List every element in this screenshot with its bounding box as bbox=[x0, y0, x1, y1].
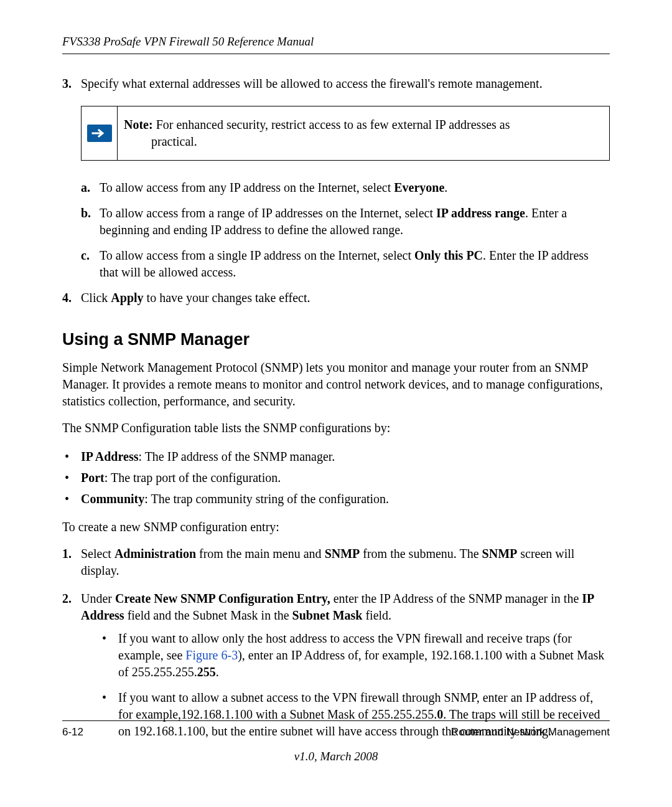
list-item: • If you want to allow only the host add… bbox=[100, 630, 610, 681]
step-4: 4. Click Apply to have your changes take… bbox=[62, 290, 610, 306]
chapter-title: Router and Network Management bbox=[451, 726, 610, 739]
substep-marker: a. bbox=[81, 179, 100, 196]
document-page: FVS338 ProSafe VPN Firewall 50 Reference… bbox=[0, 0, 672, 807]
step-marker: 4. bbox=[62, 290, 81, 306]
bullet-list: • IP Address: The IP address of the SNMP… bbox=[62, 446, 610, 509]
substep-c: c. To allow access from a single IP addr… bbox=[81, 247, 610, 281]
substep-marker: b. bbox=[81, 205, 100, 238]
page-number: 6-12 bbox=[62, 726, 83, 739]
list-item: • Community: The trap community string o… bbox=[62, 489, 610, 509]
doc-version: v1.0, March 2008 bbox=[62, 750, 610, 763]
bullet-icon: • bbox=[62, 468, 81, 488]
step-text: Specify what external addresses will be … bbox=[81, 75, 610, 92]
substeps: a. To allow access from any IP address o… bbox=[81, 179, 610, 281]
bullet-icon: • bbox=[62, 446, 81, 466]
substep-text: To allow access from a single IP address… bbox=[100, 247, 610, 281]
substep-text: To allow access from a range of IP addre… bbox=[100, 205, 610, 238]
list-item: • Port: The trap port of the configurati… bbox=[62, 468, 610, 488]
note-line2: practical. bbox=[151, 133, 510, 150]
figure-link[interactable]: Figure 6-3 bbox=[185, 648, 238, 662]
substep-a: a. To allow access from any IP address o… bbox=[81, 179, 610, 196]
note-line1: For enhanced security, restrict access t… bbox=[153, 118, 510, 131]
bullet-icon: • bbox=[62, 489, 81, 509]
page-footer: 6-12 Router and Network Management v1.0,… bbox=[62, 720, 610, 763]
substep-b: b. To allow access from a range of IP ad… bbox=[81, 205, 610, 238]
create-step-1: 1. Select Administration from the main m… bbox=[62, 545, 610, 579]
step-marker: 1. bbox=[62, 545, 81, 579]
paragraph: Simple Network Management Protocol (SNMP… bbox=[62, 359, 610, 410]
arrow-right-icon bbox=[87, 125, 112, 142]
step-text: Click Apply to have your changes take ef… bbox=[81, 290, 610, 306]
step-text: Select Administration from the main menu… bbox=[81, 545, 610, 579]
list-item: • IP Address: The IP address of the SNMP… bbox=[62, 446, 610, 466]
section-heading: Using a SNMP Manager bbox=[62, 330, 610, 349]
bullet-icon: • bbox=[100, 630, 118, 681]
running-header: FVS338 ProSafe VPN Firewall 50 Reference… bbox=[62, 35, 610, 54]
substep-marker: c. bbox=[81, 247, 100, 281]
note-icon-cell bbox=[82, 106, 118, 160]
substep-text: To allow access from any IP address on t… bbox=[100, 179, 610, 196]
paragraph: The SNMP Configuration table lists the S… bbox=[62, 420, 610, 437]
step-3: 3. Specify what external addresses will … bbox=[62, 75, 610, 92]
note-box: Note: For enhanced security, restrict ac… bbox=[81, 106, 610, 161]
paragraph: To create a new SNMP configuration entry… bbox=[62, 519, 610, 536]
step-marker: 3. bbox=[62, 75, 81, 92]
note-label: Note: bbox=[124, 118, 153, 131]
note-text: Note: For enhanced security, restrict ac… bbox=[118, 106, 519, 160]
